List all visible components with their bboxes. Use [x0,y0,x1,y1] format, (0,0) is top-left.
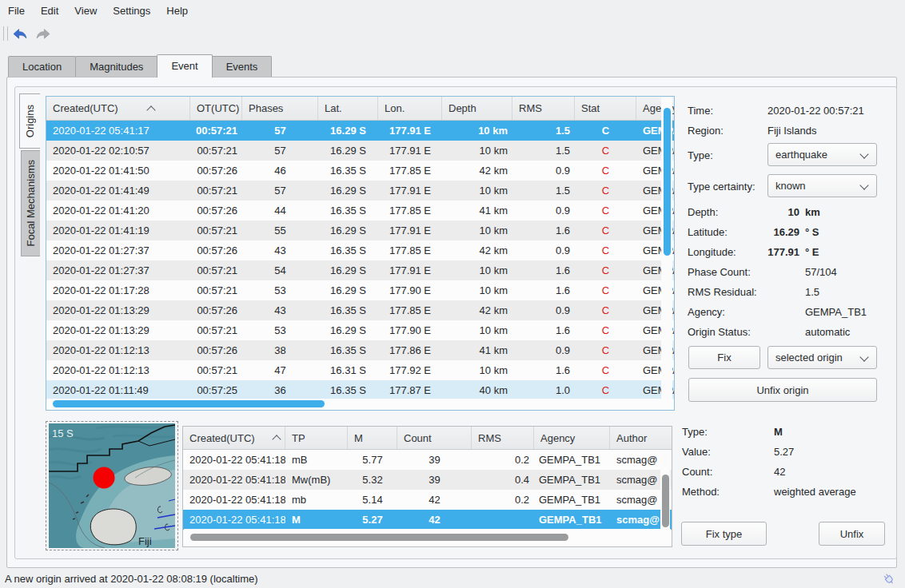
undo-button[interactable] [11,26,29,42]
cell-phases: 47 [242,360,318,380]
side-tab-origins[interactable]: Origins [19,93,40,149]
column-header-rms[interactable]: RMS [472,427,534,449]
cell-lat: 16.29 S [318,280,378,300]
cell-depth: 10 km [442,260,512,280]
magnitudes-table-header: Created(UTC) TP M Count RMS Agency Autho… [183,427,672,450]
type-certainty-value: known [775,180,806,192]
column-header-lon[interactable]: Lon. [378,97,442,120]
cell-rms: 0.9 [512,201,575,220]
origin-row[interactable]: 2020-01-22 05:41:17 00:57:21 57 16.29 S … [46,121,674,141]
tab-magnitudes[interactable]: Magnitudes [75,56,157,77]
depth-value: 10 [767,206,799,218]
origin-row[interactable]: 2020-01-22 01:41:20 00:57:26 44 16.35 S … [46,201,674,220]
column-header-agency[interactable]: Agency [534,427,610,449]
origin-row[interactable]: 2020-01-22 01:12:13 00:57:26 38 16.35 S … [46,340,674,360]
menu-view[interactable]: View [66,2,105,20]
cell-lon: 177.85 E [378,201,442,220]
column-header-count[interactable]: Count [397,427,472,449]
origin-row[interactable]: 2020-01-22 02:10:57 00:57:21 57 16.29 S … [46,141,674,161]
origins-horizontal-scrollbar[interactable] [47,399,673,409]
menu-edit[interactable]: Edit [33,2,66,20]
cell-depth: 41 km [442,201,512,220]
magnitude-row[interactable]: 2020-01-22 05:41:18 mB 5.77 39 0.2 GEMPA… [183,450,672,470]
connection-plug-icon[interactable] [881,570,897,588]
cell-ot: 00:57:21 [190,121,242,141]
fix-button[interactable]: Fix [688,346,760,369]
unfix-origin-button[interactable]: Unfix origin [688,378,877,402]
depth-unit: km [799,206,820,218]
cell-ot: 00:57:25 [190,380,242,399]
origin-row[interactable]: 2020-01-22 01:27:37 00:57:26 43 16.35 S … [46,240,674,260]
cell-ot: 00:57:21 [190,141,242,161]
unfix-button[interactable]: Unfix [819,522,885,546]
event-type-combo[interactable]: earthquake [767,143,877,166]
magnitude-method-row: Method: weighted average [682,483,888,499]
column-header-tp[interactable]: TP [285,427,348,449]
cell-rms: 0.9 [512,240,575,260]
origin-map-thumbnail[interactable]: 15 S Fiji [49,423,175,548]
origin-row[interactable]: 2020-01-22 01:41:49 00:57:21 57 16.29 S … [46,181,674,201]
origin-row[interactable]: 2020-01-22 01:13:29 00:57:26 43 16.35 S … [46,300,674,320]
magnitude-row[interactable]: 2020-01-22 05:41:18 Mw(mB) 5.32 39 0.4 G… [183,470,672,490]
time-label: Time: [681,105,767,117]
origins-vertical-scrollbar[interactable] [661,97,672,399]
type-certainty-combo[interactable]: known [767,174,877,197]
menu-settings[interactable]: Settings [105,2,158,20]
side-tab-focal-mechanisms[interactable]: Focal Mechanisms [21,150,40,256]
cell-created: 2020-01-22 01:13:29 [46,300,190,320]
origin-row[interactable]: 2020-01-22 01:41:19 00:57:21 55 16.29 S … [46,220,674,240]
redo-button[interactable] [34,26,52,42]
cell-rms: 1.5 [512,181,575,201]
cell-created: 2020-01-22 05:41:18 [183,470,285,490]
menu-bar: File Edit View Settings Help [0,0,905,21]
cell-agency: GEMPA_TB1 [534,450,610,470]
cell-ot: 00:57:26 [190,201,242,220]
origins-vertical-scrollbar-thumb[interactable] [664,108,671,256]
fix-mode-combo[interactable]: selected origin [767,346,877,369]
cell-count: 42 [397,490,472,510]
column-header-stat[interactable]: Stat [575,97,636,120]
origins-horizontal-scrollbar-thumb[interactable] [53,400,325,407]
cell-phases: 54 [242,260,318,280]
origin-row[interactable]: 2020-01-22 01:11:49 00:57:25 36 16.35 S … [46,380,674,399]
column-header-m[interactable]: M [348,427,397,449]
column-header-author[interactable]: Author [610,427,672,449]
column-header-depth[interactable]: Depth [442,97,512,120]
column-header-created[interactable]: Created(UTC) [183,427,285,449]
magnitudes-vertical-scrollbar[interactable] [660,450,670,530]
magnitude-row[interactable]: 2020-01-22 05:41:18 M 5.27 42 GEMPA_TB1 … [183,510,672,530]
magnitudes-horizontal-scrollbar[interactable] [184,529,671,546]
origin-latitude-row: Latitude: 16.29 ° S [681,224,887,240]
tab-event[interactable]: Event [157,54,212,77]
origin-row[interactable]: 2020-01-22 01:41:50 00:57:26 46 16.35 S … [46,161,674,181]
origin-row[interactable]: 2020-01-22 01:13:29 00:57:21 53 16.29 S … [46,320,674,340]
depth-label: Depth: [681,206,767,218]
cell-depth: 40 km [442,380,512,399]
toolbar-drag-handle[interactable] [3,26,8,41]
column-header-phases[interactable]: Phases [242,97,318,120]
magnitudes-horizontal-scrollbar-thumb[interactable] [190,534,568,541]
cell-m: 5.32 [348,470,397,490]
menu-help[interactable]: Help [158,2,196,20]
tab-location[interactable]: Location [8,56,76,77]
map-image: 15 S Fiji [49,423,175,548]
cell-created: 2020-01-22 02:10:57 [46,141,190,161]
column-header-ot[interactable]: OT(UTC) [190,97,242,120]
column-header-rms[interactable]: RMS [512,97,575,120]
cell-rms: 1.6 [512,220,575,240]
cell-phases: 55 [242,220,318,240]
cell-created: 2020-01-22 01:17:28 [46,280,190,300]
origin-row[interactable]: 2020-01-22 01:27:37 00:57:21 54 16.29 S … [46,260,674,280]
origin-row[interactable]: 2020-01-22 01:12:13 00:57:21 47 16.31 S … [46,360,674,380]
map-island-viti-levu [90,509,136,545]
column-header-created[interactable]: Created(UTC) [46,97,190,120]
type-certainty-label: Type certainty: [681,181,755,193]
magnitude-row[interactable]: 2020-01-22 05:41:18 mb 5.14 42 0.2 GEMPA… [183,490,672,510]
tab-events[interactable]: Events [212,56,273,77]
magnitudes-vertical-scrollbar-thumb[interactable] [662,475,669,527]
menu-file[interactable]: File [0,2,33,20]
cell-rms: 1.6 [512,320,575,340]
origin-row[interactable]: 2020-01-22 01:17:28 00:57:21 53 16.29 S … [46,280,674,300]
column-header-lat[interactable]: Lat. [318,97,378,120]
fix-type-button[interactable]: Fix type [681,522,767,546]
